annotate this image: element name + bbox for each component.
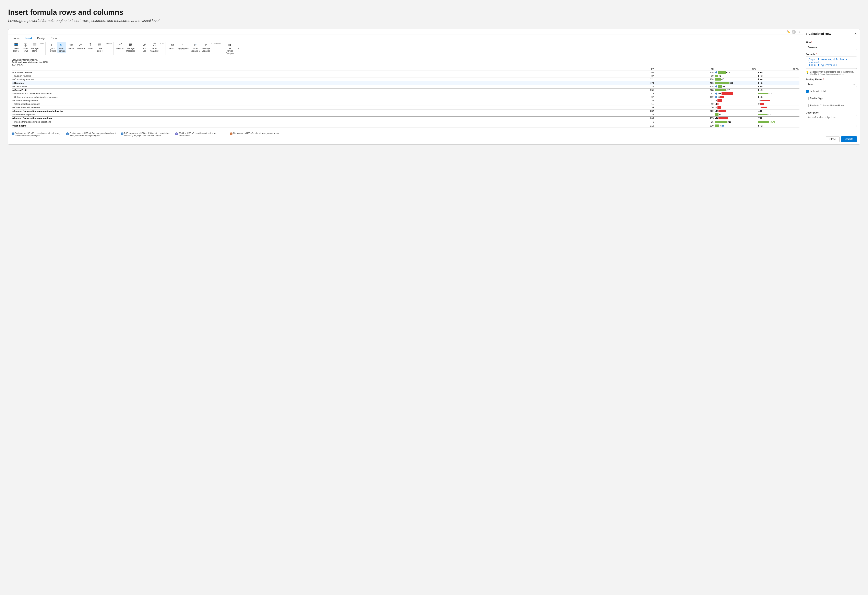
aggregation-label: Aggregation [178, 47, 189, 50]
tab-home[interactable]: Home [10, 35, 22, 41]
insert-row-label: InsertRow ▾ [13, 47, 19, 52]
scaling-select-wrapper: Auto ▼ [806, 82, 857, 87]
table-row[interactable]: + Other operating income 33 27 -6 [12, 99, 799, 102]
invert-button[interactable]: Invert [86, 42, 95, 53]
insert-formula-button[interactable]: fx InsertFormula [57, 42, 66, 53]
formula-textarea[interactable]: [Support revenue]+[Software revenue]+ [C… [806, 56, 857, 69]
insert-row-button[interactable]: InsertRow ▾ [12, 42, 21, 53]
ribbon-more-button[interactable]: › [237, 42, 240, 55]
row-py: 265 [595, 71, 655, 74]
manage-rows-label: ManageRows [31, 47, 38, 52]
table-row[interactable]: + Support revenue 87 90 +3 [12, 74, 799, 78]
close-button[interactable]: Close [826, 136, 840, 142]
manage-measures-icon [128, 43, 133, 47]
include-total-checkbox[interactable] [806, 90, 809, 93]
edit-icon-top[interactable]: ✏️ [787, 30, 790, 34]
fn-text-5: Net income: mUSD +5 dolor sit amet, cons… [233, 132, 279, 134]
insert-formula-label: InsertFormula [58, 47, 65, 52]
set-version-compare-button[interactable]: SetVersionCompare [225, 42, 235, 55]
manage-rows-icon [32, 43, 37, 47]
forecast-button[interactable]: Forecast [115, 42, 125, 53]
panel-close-button[interactable]: ✕ [854, 32, 857, 35]
ribbon-toolbar: InsertRow ▾ InvertRows Man [8, 41, 803, 56]
tab-export[interactable]: Export [49, 35, 61, 41]
svg-point-11 [71, 44, 73, 46]
row-pct-bar: +5 [757, 88, 781, 92]
description-textarea[interactable] [806, 115, 857, 127]
tab-insert[interactable]: Insert [22, 35, 34, 41]
table-row[interactable]: − Income tax expenses 23 27 +4 [12, 113, 799, 117]
manage-variables-button[interactable]: x= ManageVariables [201, 42, 211, 53]
footnote-5: 5 Net income: mUSD +5 dolor sit amet, co… [230, 132, 279, 137]
row-delta-bar: +23 [714, 81, 739, 85]
row-delta-bar: +6 [714, 85, 739, 89]
table-row[interactable]: − Selling and general administrative exp… [12, 95, 799, 99]
insert-formula-icon: fx [59, 43, 64, 47]
cell-group-label: Cell [161, 43, 164, 45]
row-delta-bar: +4 [714, 113, 739, 117]
table-row[interactable]: + Consulting revenue 121 128 +7 [12, 78, 799, 81]
row-pct-bar: +5 [757, 81, 781, 85]
update-button[interactable]: Update [841, 136, 857, 142]
row-label: = Income from continuing operations [12, 117, 595, 120]
eval-cols-checkbox[interactable] [806, 104, 809, 107]
table-row[interactable]: + Income from discontinued operations 6 … [12, 120, 799, 124]
invert-rows-button[interactable]: InvertRows [21, 42, 30, 53]
group-button[interactable]: Group [168, 42, 177, 53]
row-ac: 10 [655, 102, 714, 106]
table-row[interactable]: − Research and development expenses 78 9… [12, 92, 799, 95]
smart-analysis-button[interactable]: SmartAnalysis ▾ [149, 42, 160, 53]
scaling-select[interactable]: Auto [806, 82, 857, 87]
simulate-button[interactable]: Simulate [76, 42, 86, 53]
row-pct-bar: -7 [757, 117, 781, 120]
table-row-revenue[interactable]: = Revenue 473 496 +23 [12, 81, 799, 85]
footnote-1: 1 Software: mUSD +13 Lorem ipsum dolor s… [12, 132, 65, 137]
page-subtitle: Leverage a powerful formula engine to in… [8, 19, 860, 23]
fn-text-1: Software: mUSD +13 Lorem ipsum dolor sit… [15, 132, 65, 137]
toggle-icon[interactable]: OFF [792, 30, 796, 34]
svg-rect-20 [173, 44, 174, 44]
insert-variable-label: InsertVariable ▾ [191, 47, 200, 52]
quick-formula-button[interactable]: ∑✓ QuickFormula [47, 42, 57, 53]
table-row[interactable]: − Cost of sales 122 128 +6 [12, 85, 799, 89]
data-input-button[interactable]: DataInput ▾ [95, 42, 104, 53]
table-row-net-income[interactable]: = Net income 215 220 +5 [12, 124, 799, 127]
invert-icon [88, 43, 93, 47]
blend-button[interactable]: Blend [67, 42, 76, 53]
invert-label: Invert [88, 47, 93, 50]
panel-back-button[interactable]: ‹ [806, 32, 807, 35]
ribbon-top-bar: ✏️ OFF ℹ [8, 29, 803, 35]
col-header-ac: AC [655, 68, 714, 71]
enable-sign-checkbox[interactable] [806, 97, 809, 100]
table-row[interactable]: + Software revenue 265 278 +13 [12, 71, 799, 74]
title-field-group: Title* [806, 41, 857, 50]
insert-variable-button[interactable]: x+ InsertVariable ▾ [190, 42, 201, 53]
manage-rows-button[interactable]: ManageRows [30, 42, 39, 53]
row-label: − Selling and general administrative exp… [12, 95, 595, 99]
row-pct-bar: -9 [757, 102, 781, 106]
aggregation-button[interactable]: ∑ Aggregation [177, 42, 190, 53]
row-delta-bar: +5 [714, 95, 739, 99]
info-icon[interactable]: ℹ [797, 30, 801, 34]
manage-measures-button[interactable]: ManageMeasures [125, 42, 136, 53]
table-row-income-ops[interactable]: = Income from continuing operations 209 … [12, 117, 799, 120]
edit-cell-button[interactable]: EditCell [140, 42, 149, 53]
table-row-gross-profit[interactable]: = Gross Profit 351 368 +17 [12, 88, 799, 92]
fn-text-2: Cost of sales: mUSD +6 Satoque penatibus… [69, 132, 119, 137]
row-label: − Income tax expenses [12, 113, 595, 117]
table-row[interactable]: − Other operating expenses 11 10 -1 [12, 102, 799, 106]
table-row-income-before-tax[interactable]: = Income from continuing operations befo… [12, 109, 799, 113]
table-row[interactable]: + Other financial income,net 34 30 -4 [12, 106, 799, 109]
title-input[interactable] [806, 45, 857, 50]
fn-num-5: 5 [230, 133, 233, 135]
tab-design[interactable]: Design [35, 35, 48, 41]
row-delta-bar: -6 [714, 99, 739, 102]
row-group-label: Row [40, 43, 44, 45]
company-name: SoftCons International Inc. Profit and l… [12, 59, 799, 66]
svg-rect-16 [129, 45, 131, 46]
row-delta-bar: +13 [714, 92, 739, 95]
row-ac: 128 [655, 78, 714, 81]
row-label: − Cost of sales [12, 85, 595, 89]
include-total-row: Include in total [806, 90, 857, 93]
svg-text:∑: ∑ [51, 43, 53, 46]
